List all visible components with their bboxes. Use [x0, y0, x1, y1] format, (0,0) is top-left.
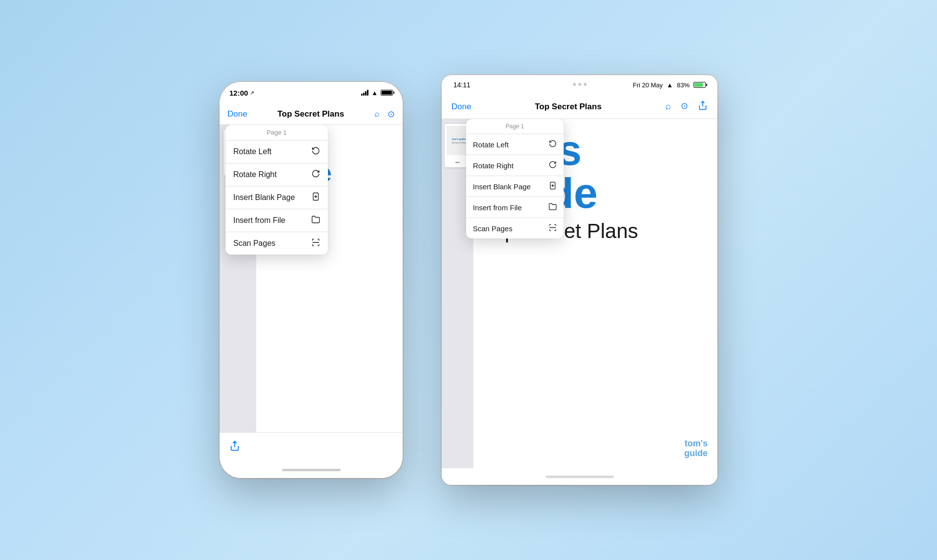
- tablet-thumb-more-btn[interactable]: •••: [447, 157, 468, 165]
- home-bar: [282, 469, 341, 471]
- tablet-dot-1: [573, 83, 576, 86]
- tablet-share-icon[interactable]: [698, 100, 708, 113]
- phone-device: 12:00 ↗ ▲ Done Top Secret Plans ⌕ ⊙: [220, 82, 403, 478]
- phone-popup-page-label: Page 1: [225, 125, 328, 140]
- tablet-done-button[interactable]: Done: [451, 102, 471, 112]
- phone-rotate-right-label: Rotate Right: [233, 170, 277, 179]
- tablet-insert-file-label: Insert from File: [473, 203, 522, 212]
- phone-context-menu: Page 1 Rotate Left Rotate Right: [225, 125, 328, 255]
- tablet-home-bar: [546, 476, 614, 478]
- tablet-rotate-left-label: Rotate Left: [473, 140, 509, 149]
- insert-blank-icon: [311, 192, 320, 203]
- tablet-scan-pages-item[interactable]: Scan Pages: [466, 218, 564, 239]
- phone-rotate-left-item[interactable]: Rotate Left: [225, 140, 328, 163]
- phone-time: 12:00: [229, 89, 248, 97]
- phone-scan-pages-item[interactable]: Scan Pages: [225, 232, 328, 255]
- tablet-person-icon[interactable]: ⊙: [681, 100, 688, 113]
- tablet-folder-icon: [549, 202, 557, 212]
- tablet-popup-page-label: Page 1: [466, 119, 564, 134]
- tablet-battery-pct: 83%: [677, 81, 690, 89]
- tablet-nav-bar: Done Top Secret Plans ⌕ ⊙: [442, 95, 717, 119]
- scan-icon: [311, 238, 320, 249]
- toms-guide-watermark: tom's guide: [684, 439, 708, 459]
- tablet-status-bar: 14:11 Fri 20 May ▲ 83%: [442, 75, 717, 95]
- tablet-doc-title: Top Secret Plans: [535, 102, 602, 112]
- tablet-rotate-right-item[interactable]: Rotate Right: [466, 155, 564, 176]
- tablet-insert-file-item[interactable]: Insert from File: [466, 197, 564, 218]
- phone-insert-blank-label: Insert Blank Page: [233, 193, 295, 202]
- folder-icon: [311, 215, 320, 226]
- phone-scan-pages-label: Scan Pages: [233, 239, 275, 248]
- tablet-dots: [573, 83, 587, 86]
- phone-done-button[interactable]: Done: [227, 109, 247, 119]
- tablet-insert-blank-icon: [549, 181, 557, 191]
- phone-search-icon[interactable]: ⌕: [374, 109, 380, 120]
- tablet-scan-icon: [549, 223, 557, 233]
- tablet-wifi-icon: ▲: [667, 81, 673, 89]
- tablet-context-menu: Page 1 Rotate Left Rotate Right: [466, 119, 564, 239]
- phone-content-area: tom's guide Top Secret Plans ••• Page 1 …: [220, 125, 403, 432]
- phone-insert-file-label: Insert from File: [233, 216, 285, 225]
- tablet-rotate-right-label: Rotate Right: [473, 161, 513, 170]
- phone-rotate-right-item[interactable]: Rotate Right: [225, 163, 328, 186]
- tablet-content-area: tom's guide Top Secret Plans ••• Page 1 …: [442, 119, 717, 468]
- phone-doc-title: Top Secret Plans: [277, 109, 344, 119]
- phone-home-indicator: [220, 461, 403, 478]
- tablet-rotate-left-icon: [549, 140, 557, 149]
- tablet-rotate-left-item[interactable]: Rotate Left: [466, 134, 564, 155]
- watermark-line2: guide: [684, 449, 708, 459]
- phone-bottom-bar: [220, 432, 403, 461]
- phone-share-icon[interactable]: [229, 440, 240, 454]
- tablet-time: 14:11: [453, 81, 470, 89]
- rotate-right-icon: [311, 169, 320, 180]
- phone-status-bar: 12:00 ↗ ▲: [220, 82, 403, 103]
- signal-bars-icon: [361, 90, 368, 96]
- tablet-bottom-bar: [442, 468, 717, 485]
- tablet-search-icon[interactable]: ⌕: [665, 100, 671, 113]
- tablet-date: Fri 20 May: [633, 81, 663, 89]
- wifi-icon: ▲: [371, 89, 378, 97]
- tablet-insert-blank-item[interactable]: Insert Blank Page: [466, 176, 564, 197]
- tablet-thumb-brand: tom's guide: [452, 138, 466, 140]
- location-arrow-icon: ↗: [250, 90, 254, 96]
- rotate-left-icon: [311, 146, 320, 157]
- tablet-scan-pages-label: Scan Pages: [473, 224, 512, 233]
- watermark-line1: tom's: [684, 439, 708, 449]
- tablet-rotate-right-icon: [549, 160, 557, 170]
- phone-rotate-left-label: Rotate Left: [233, 147, 271, 156]
- phone-nav-bar: Done Top Secret Plans ⌕ ⊙: [220, 103, 403, 125]
- tablet-device: 14:11 Fri 20 May ▲ 83% Done Top Secret P…: [442, 75, 717, 485]
- tablet-dot-2: [578, 83, 581, 86]
- tablet-battery-icon: [693, 82, 706, 88]
- tablet-thumb-subtitle: Top Secret Plans: [451, 141, 466, 144]
- tablet-dot-3: [584, 83, 587, 86]
- phone-insert-blank-item[interactable]: Insert Blank Page: [225, 186, 328, 209]
- tablet-insert-blank-label: Insert Blank Page: [473, 182, 530, 191]
- battery-icon: [381, 90, 393, 96]
- phone-insert-file-item[interactable]: Insert from File: [225, 209, 328, 232]
- phone-person-icon[interactable]: ⊙: [387, 109, 395, 120]
